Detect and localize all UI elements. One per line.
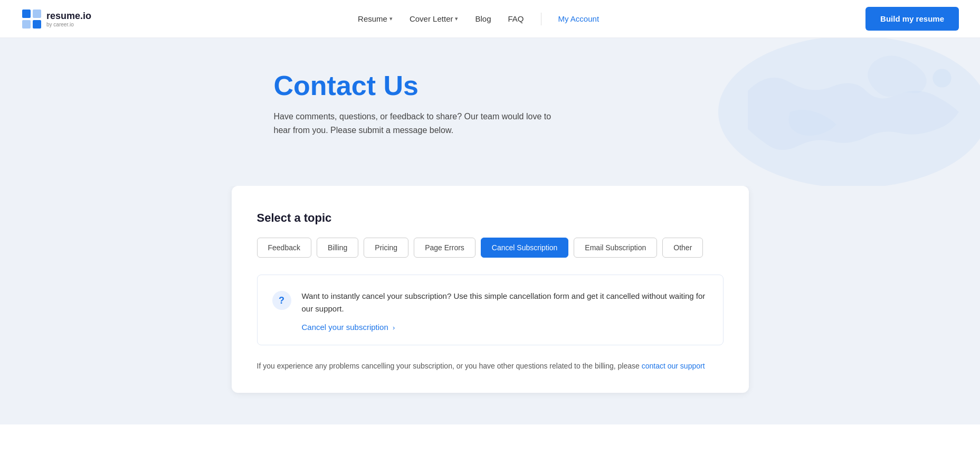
svg-rect-0 [22, 10, 31, 18]
svg-rect-2 [22, 20, 31, 29]
nav-faq[interactable]: FAQ [508, 14, 524, 23]
main-content: Select a topic Feedback Billing Pricing … [0, 186, 980, 424]
logo-name: resume.io [46, 11, 91, 22]
contact-card: Select a topic Feedback Billing Pricing … [232, 186, 749, 393]
info-icon: ? [272, 291, 291, 310]
info-description: Want to instantly cancel your subscripti… [302, 290, 708, 315]
info-box: ? Want to instantly cancel your subscrip… [257, 275, 724, 345]
section-title: Select a topic [257, 211, 724, 225]
hero-subtitle: Have comments, questions, or feedback to… [274, 110, 569, 137]
topic-feedback[interactable]: Feedback [257, 238, 311, 258]
topic-page-errors[interactable]: Page Errors [414, 238, 475, 258]
nav-cover-letter[interactable]: Cover Letter ▾ [410, 14, 459, 23]
info-text-content: Want to instantly cancel your subscripti… [302, 290, 708, 332]
footer-note: If you experience any problems cancellin… [257, 360, 724, 372]
logo-sub: by career.io [46, 22, 91, 27]
chevron-right-icon: › [393, 324, 395, 332]
resume-dropdown-arrow: ▾ [389, 15, 393, 22]
hero-content: Contact Us Have comments, questions, or … [253, 70, 728, 168]
topic-other[interactable]: Other [662, 238, 703, 258]
logo[interactable]: resume.io by career.io [21, 8, 91, 30]
svg-point-5 [933, 69, 951, 87]
topic-buttons: Feedback Billing Pricing Page Errors Can… [257, 238, 724, 258]
svg-rect-1 [33, 10, 41, 18]
my-account-link[interactable]: My Account [558, 14, 600, 23]
cover-letter-dropdown-arrow: ▾ [455, 15, 458, 22]
nav-links: Resume ▾ Cover Letter ▾ Blog FAQ My Acco… [358, 13, 599, 25]
svg-rect-3 [33, 20, 41, 29]
hero-map-decoration [695, 38, 980, 186]
nav-blog[interactable]: Blog [475, 14, 491, 23]
topic-pricing[interactable]: Pricing [364, 238, 408, 258]
cancel-subscription-link[interactable]: Cancel your subscription › [302, 323, 395, 332]
topic-cancel-subscription[interactable]: Cancel Subscription [481, 238, 569, 258]
topic-billing[interactable]: Billing [317, 238, 358, 258]
build-resume-button[interactable]: Build my resume [865, 7, 959, 31]
nav-divider [541, 13, 541, 25]
hero-section: Contact Us Have comments, questions, or … [0, 38, 980, 186]
topic-email-subscription[interactable]: Email Subscription [574, 238, 657, 258]
navbar: resume.io by career.io Resume ▾ Cover Le… [0, 0, 980, 38]
hero-title: Contact Us [274, 70, 707, 101]
contact-support-link[interactable]: contact our support [642, 362, 705, 370]
nav-resume[interactable]: Resume ▾ [358, 14, 393, 23]
